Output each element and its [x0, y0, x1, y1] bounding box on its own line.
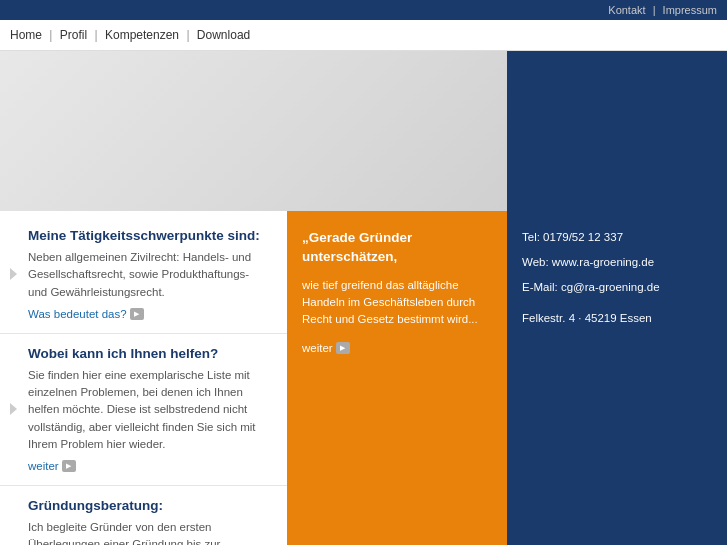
address-info: Felkestr. 4 · 45219 Essen	[522, 307, 712, 330]
hero-image	[0, 51, 507, 211]
separator: |	[653, 4, 656, 16]
section-text-taetigkeiten: Neben allgemeinen Zivilrecht: Handels- u…	[28, 249, 269, 301]
section-gruendung: Gründungsberatung: Ich begleite Gründer …	[0, 486, 287, 545]
nav-bar: Home | Profil | Kompetenzen | Download	[0, 20, 727, 51]
sidebar-contact: Tel: 0179/52 12 337 Web: www.ra-groening…	[507, 211, 727, 347]
left-content: Meine Tätigkeitsschwerpunkte sind: Neben…	[0, 51, 507, 545]
nav-download[interactable]: Download	[197, 28, 250, 42]
orange-arrow-icon	[336, 342, 350, 354]
section-taetigkeiten: Meine Tätigkeitsschwerpunkte sind: Neben…	[0, 216, 287, 334]
hero-area	[0, 51, 507, 211]
section-wobei: Wobei kann ich Ihnen helfen? Sie finden …	[0, 334, 287, 486]
section-text-wobei: Sie finden hier eine exemplarische Liste…	[28, 367, 269, 453]
content-sections: Meine Tätigkeitsschwerpunkte sind: Neben…	[0, 211, 507, 545]
top-bar: Kontakt | Impressum	[0, 0, 727, 20]
orange-text: wie tief greifend das alltägliche Handel…	[302, 277, 492, 329]
nav-kompetenzen[interactable]: Kompetenzen	[105, 28, 179, 42]
section-text-gruendung: Ich begleite Gründer von den ersten Über…	[28, 519, 269, 545]
orange-sidebar: „Gerade Gründer unterschätzen, wie tief …	[287, 211, 507, 545]
nav-sep1: |	[49, 28, 52, 42]
section-title-taetigkeiten: Meine Tätigkeitsschwerpunkte sind:	[28, 228, 269, 243]
arrow-icon-2	[62, 460, 76, 472]
nav-profil[interactable]: Profil	[60, 28, 87, 42]
tel-info: Tel: 0179/52 12 337	[522, 226, 712, 249]
arrow-icon-1	[130, 308, 144, 320]
main-container: Meine Tätigkeitsschwerpunkte sind: Neben…	[0, 51, 727, 545]
sidebar-image-area	[507, 51, 727, 211]
was-bedeutet-link[interactable]: Was bedeutet das?	[28, 308, 144, 320]
weiter-link-wobei[interactable]: weiter	[28, 460, 76, 472]
orange-weiter-link[interactable]: weiter	[302, 342, 350, 354]
section-title-gruendung: Gründungsberatung:	[28, 498, 269, 513]
nav-home[interactable]: Home	[10, 28, 42, 42]
impressum-link[interactable]: Impressum	[663, 4, 717, 16]
nav-sep2: |	[95, 28, 98, 42]
email-info: E-Mail: cg@ra-groening.de	[522, 276, 712, 299]
left-sections: Meine Tätigkeitsschwerpunkte sind: Neben…	[0, 211, 287, 545]
orange-quote: „Gerade Gründer unterschätzen,	[302, 229, 492, 267]
right-sidebar: Tel: 0179/52 12 337 Web: www.ra-groening…	[507, 51, 727, 545]
nav-sep3: |	[186, 28, 189, 42]
kontakt-link[interactable]: Kontakt	[608, 4, 645, 16]
section-title-wobei: Wobei kann ich Ihnen helfen?	[28, 346, 269, 361]
web-info: Web: www.ra-groening.de	[522, 251, 712, 274]
